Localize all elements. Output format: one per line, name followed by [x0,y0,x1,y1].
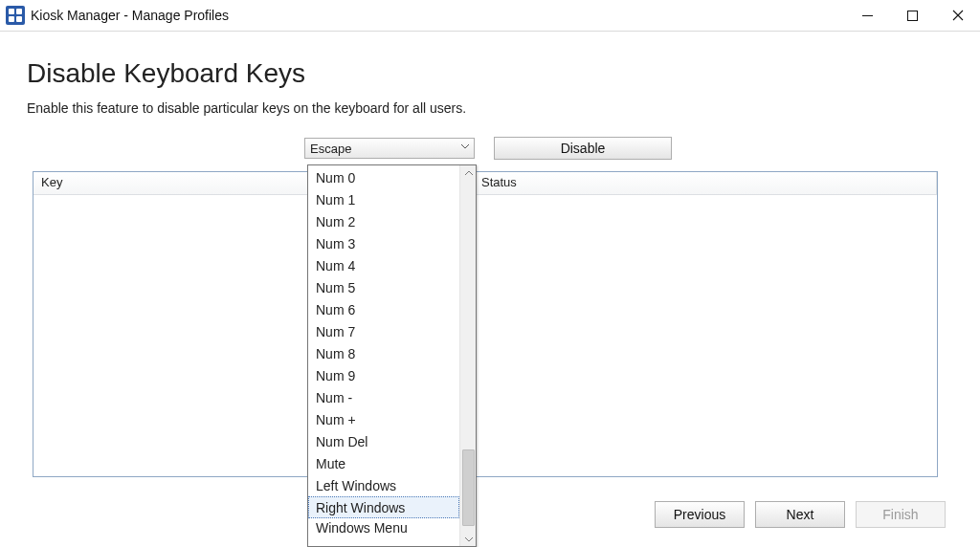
dropdown-item[interactable]: Num 4 [308,254,459,276]
page-content: Disable Keyboard Keys Enable this featur… [0,32,980,547]
dropdown-item[interactable]: Mute [308,452,459,474]
next-button[interactable]: Next [755,501,845,528]
disabled-keys-table: Key Status [33,171,938,477]
dropdown-item[interactable]: Num 6 [308,298,459,320]
key-select[interactable]: Escape [304,138,475,159]
previous-button[interactable]: Previous [655,501,745,528]
window-title: Kiosk Manager - Manage Profiles [31,8,229,23]
minimize-button[interactable] [845,0,890,31]
dropdown-item[interactable]: Left Windows [308,474,459,496]
svg-rect-0 [862,15,873,16]
column-status[interactable]: Status [474,172,937,195]
dropdown-item[interactable]: Num - [308,386,459,408]
chevron-down-icon [461,143,471,153]
disable-button-label: Disable [561,141,606,156]
svg-rect-1 [908,11,918,20]
dropdown-item[interactable]: Num 3 [308,232,459,254]
scroll-down-icon[interactable] [460,532,477,546]
maximize-button[interactable] [890,0,935,31]
scroll-thumb[interactable] [462,449,475,526]
finish-button: Finish [856,501,946,528]
dropdown-item[interactable]: Num Del [308,430,459,452]
wizard-footer: Previous Next Finish [655,501,946,528]
dropdown-list: Num 0Num 1Num 2Num 3Num 4Num 5Num 6Num 7… [308,165,459,546]
dropdown-item[interactable]: Num 9 [308,364,459,386]
key-dropdown-list[interactable]: Num 0Num 1Num 2Num 3Num 4Num 5Num 6Num 7… [307,164,477,547]
control-row: Escape Disable [304,137,946,160]
dropdown-item[interactable]: Num 8 [308,342,459,364]
dropdown-item[interactable]: Windows Menu [308,518,459,534]
disable-button[interactable]: Disable [494,137,672,160]
window-buttons [845,0,980,31]
dropdown-item[interactable]: Right Windows [308,496,459,518]
key-select-value: Escape [310,142,351,156]
page-title: Disable Keyboard Keys [27,58,946,89]
dropdown-scrollbar[interactable] [459,165,476,546]
dropdown-item[interactable]: Num 5 [308,276,459,298]
dropdown-item[interactable]: Num 2 [308,210,459,232]
scroll-up-icon[interactable] [460,165,477,180]
app-icon [6,6,25,25]
dropdown-item[interactable]: Num 1 [308,188,459,210]
page-description: Enable this feature to disable particula… [27,100,946,116]
dropdown-item[interactable]: Num + [308,408,459,430]
dropdown-item[interactable]: Num 7 [308,320,459,342]
close-button[interactable] [935,0,980,31]
table-header: Key Status [33,172,937,195]
titlebar: Kiosk Manager - Manage Profiles [0,0,980,32]
dropdown-item[interactable]: Num 0 [308,166,459,188]
